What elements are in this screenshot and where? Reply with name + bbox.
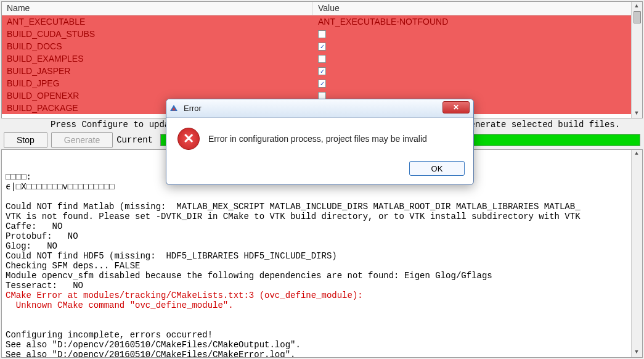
table-row[interactable]: BUILD_CUDA_STUBS (2, 28, 631, 40)
log-line: CMake Error at modules/tracking/CMakeLis… (6, 291, 638, 300)
checkbox[interactable]: ✓ (318, 80, 326, 88)
cell-name: BUILD_CUDA_STUBS (2, 29, 313, 39)
table-row[interactable]: BUILD_EXAMPLES (2, 52, 631, 65)
table-header: Name Value (2, 2, 631, 15)
close-button[interactable]: ✕ (442, 101, 470, 113)
table-row[interactable]: BUILD_DOCS✓ (2, 40, 631, 52)
cell-value[interactable] (313, 55, 631, 63)
cell-name: BUILD_JPEG (2, 78, 313, 88)
scroll-down-icon[interactable]: ▼ (632, 349, 642, 357)
cell-value[interactable]: ✓ (313, 43, 631, 51)
column-header-name[interactable]: Name (2, 2, 313, 15)
cell-value[interactable] (313, 30, 631, 38)
stop-button[interactable]: Stop (4, 132, 47, 148)
log-line: Checking SFM deps... FALSE (6, 261, 638, 271)
log-scrollbar[interactable]: ▲ ▼ (631, 150, 642, 357)
scroll-up-icon[interactable]: ▲ (632, 150, 642, 159)
current-label: Current (116, 135, 153, 145)
log-line (6, 310, 638, 320)
checkbox[interactable]: ✓ (318, 67, 326, 75)
dialog-titlebar[interactable]: Error ✕ (166, 99, 473, 118)
cell-name: ANT_EXECUTABLE (2, 17, 313, 27)
error-dialog: Error ✕ ✕ Error in configuration process… (166, 99, 474, 185)
log-line: Configuring incomplete, errors occurred! (6, 330, 638, 340)
cell-value[interactable]: ✓ (313, 80, 631, 88)
log-line: Unknown CMake command "ovc_define_module… (6, 300, 638, 310)
log-line: Module opencv_sfm disabled because the f… (6, 271, 638, 281)
dialog-message: Error in configuration process, project … (208, 134, 427, 144)
log-line (6, 320, 638, 330)
cell-name: BUILD_JASPER (2, 66, 313, 76)
ok-button[interactable]: OK (409, 161, 465, 176)
dialog-title-text: Error (184, 104, 202, 113)
log-line: See also "D:/opencv/20160510/CMakeFiles/… (6, 340, 638, 350)
checkbox[interactable] (318, 30, 326, 38)
log-line: Could NOT find HDF5 (missing: HDF5_LIBRA… (6, 251, 638, 261)
scroll-thumb[interactable] (634, 11, 641, 23)
cell-value[interactable]: ✓ (313, 67, 631, 75)
cell-name: BUILD_EXAMPLES (2, 54, 313, 64)
log-line: Caffe: NO (6, 221, 638, 231)
scroll-down-icon[interactable]: ▼ (632, 109, 642, 118)
log-line: VTK is not found. Please set -DVTK_DIR i… (6, 212, 638, 221)
close-icon: ✕ (453, 103, 459, 112)
generate-button[interactable]: Generate (51, 132, 113, 148)
table-row[interactable]: BUILD_JPEG✓ (2, 77, 631, 89)
cell-name: BUILD_DOCS (2, 41, 313, 51)
error-icon: ✕ (177, 128, 200, 150)
table-row[interactable]: BUILD_JASPER✓ (2, 65, 631, 77)
log-line: Protobuf: NO (6, 231, 638, 241)
checkbox[interactable] (318, 55, 326, 63)
log-line: Glog: NO (6, 241, 638, 251)
column-header-value[interactable]: Value (313, 2, 631, 15)
cell-value[interactable]: ANT_EXECUTABLE-NOTFOUND (313, 17, 631, 27)
log-line: Could NOT find Matlab (missing: MATLAB_M… (6, 202, 638, 212)
log-line: Tesseract: NO (6, 281, 638, 291)
log-line: See also "D:/opencv/20160510/CMakeFiles/… (6, 350, 638, 358)
table-row[interactable]: ANT_EXECUTABLEANT_EXECUTABLE-NOTFOUND (2, 15, 631, 28)
app-icon (170, 104, 180, 113)
table-scrollbar[interactable]: ▲ ▼ (631, 2, 642, 118)
scroll-up-icon[interactable]: ▲ (632, 2, 642, 10)
log-line (6, 192, 638, 202)
checkbox[interactable]: ✓ (318, 43, 326, 51)
